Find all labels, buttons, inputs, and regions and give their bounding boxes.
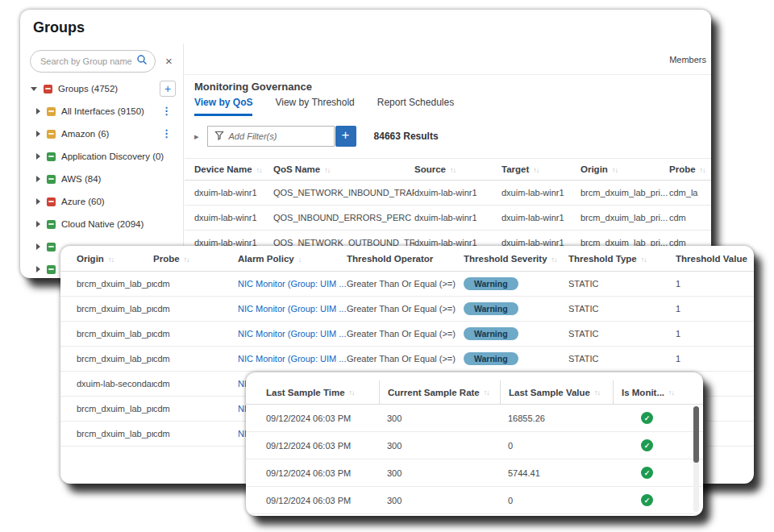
table-row[interactable]: 09/12/2024 06:03 PM 300 0 ✓ <box>246 432 703 459</box>
cell-origin: brcm_dxuim_lab_pri... <box>580 213 669 222</box>
tab-view-by-qos[interactable]: View by QoS <box>194 97 252 116</box>
sort-icon[interactable]: ↑↓ <box>700 166 705 174</box>
column-header-probe[interactable]: Probe↑↓ <box>669 164 711 174</box>
sort-desc-icon[interactable]: ↓ <box>298 256 302 264</box>
scrollbar-thumb[interactable] <box>693 406 699 463</box>
cell-origin: brcm_dxuim_lab_pri... <box>77 304 153 314</box>
cell-device: dxuim-lab-winr1 <box>194 188 273 197</box>
cell-probe: cdm <box>153 379 238 389</box>
sort-icon[interactable]: ↑↓ <box>612 166 618 174</box>
column-header-last-sample-time[interactable]: Last Sample Time↑↓ <box>258 380 379 404</box>
column-header-source[interactable]: Source↑↓ <box>414 164 501 174</box>
column-header-is-monitored[interactable]: Is Monit...↑↓ <box>613 380 689 404</box>
kebab-menu-icon[interactable]: ⋮ <box>161 106 172 117</box>
tab-report-schedules[interactable]: Report Schedules <box>377 97 454 116</box>
column-header-threshold-severity[interactable]: Threshold Severity↑↓ <box>464 254 568 264</box>
tree-item-amazon[interactable]: Amazon (6) ⋮ <box>20 123 183 145</box>
caret-right-icon[interactable] <box>36 131 40 137</box>
table-row[interactable]: dxuim-lab-winr1 QOS_INBOUND_ERRORS_PERC … <box>185 206 711 231</box>
cell-rate: 300 <box>379 432 500 459</box>
sort-icon[interactable]: ↑↓ <box>184 256 189 264</box>
tree-item-label: Amazon (6) <box>61 129 109 139</box>
table-row[interactable]: brcm_dxuim_lab_pri... cdm NIC Monitor (G… <box>60 272 754 297</box>
expand-chevron-icon[interactable]: ▸ <box>194 131 199 142</box>
caret-right-icon[interactable] <box>36 153 40 160</box>
search-icon[interactable] <box>136 54 148 69</box>
tree-item-all-interfaces[interactable]: All Interfaces (9150) ⋮ <box>20 100 183 123</box>
table-row[interactable]: brcm_dxuim_lab_pri... cdm NIC Monitor (G… <box>60 347 754 372</box>
column-header-threshold-type[interactable]: Threshold Type↑↓ <box>568 254 676 264</box>
close-icon[interactable]: × <box>165 53 173 69</box>
sort-icon[interactable]: ↑↓ <box>551 256 557 264</box>
alarm-policy-link[interactable]: NIC Monitor (Group: UIM ... <box>238 279 346 289</box>
group-search-input[interactable] <box>40 56 136 66</box>
alarm-policy-link[interactable]: NIC Monitor (Group: UIM ... <box>238 304 346 314</box>
page-title: Groups <box>33 19 85 36</box>
add-filter-field[interactable]: Add Filter(s) <box>207 126 335 147</box>
cell-probe: cdm <box>153 404 238 414</box>
scrollbar-track[interactable] <box>693 406 699 512</box>
sort-icon[interactable]: ↑↓ <box>256 166 262 174</box>
tree-item-label: All Interfaces (9150) <box>61 106 144 116</box>
tab-view-by-threshold[interactable]: View by Threshold <box>275 97 354 116</box>
tree-item-groups[interactable]: Groups (4752) + <box>20 77 183 100</box>
column-header-origin[interactable]: Origin↑↓ <box>580 164 669 174</box>
sort-icon[interactable]: ↑↓ <box>108 256 114 264</box>
column-header-threshold-operator[interactable]: Threshold Operator <box>347 254 464 264</box>
caret-right-icon[interactable] <box>36 108 40 114</box>
table-row[interactable]: brcm_dxuim_lab_pri... cdm NIC Monitor (G… <box>60 322 754 347</box>
column-header-threshold-value[interactable]: Threshold Value↑↓ <box>676 254 752 264</box>
column-header-last-sample-value[interactable]: Last Sample Value↑↓ <box>500 380 613 404</box>
column-header-origin[interactable]: Origin↑↓ <box>77 254 153 264</box>
table-row[interactable]: dxuim-lab-winr1 QOS_NETWORK_INBOUND_TRAF… <box>185 181 711 206</box>
sort-icon[interactable]: ↑↓ <box>349 389 355 397</box>
tree-item-application-discovery[interactable]: Application Discovery (0) <box>20 145 183 168</box>
cell-device: dxuim-lab-winr1 <box>194 213 273 222</box>
caret-right-icon[interactable] <box>36 176 40 182</box>
tree-item-cloud-native[interactable]: Cloud Native (2094) <box>20 213 183 235</box>
sort-icon[interactable]: ↑↓ <box>594 389 600 397</box>
cell-rate: 300 <box>379 487 500 513</box>
sort-icon[interactable]: ↑↓ <box>751 256 752 264</box>
column-header-current-sample-rate[interactable]: Current Sample Rate↑↓ <box>379 380 500 404</box>
threshold-table-header: Origin↑↓ Probe↑↓ Alarm Policy↓ Threshold… <box>60 246 754 272</box>
add-group-button[interactable]: + <box>160 81 176 97</box>
kebab-menu-icon[interactable]: ⋮ <box>161 128 172 139</box>
column-header-target[interactable]: Target↑↓ <box>501 164 580 174</box>
table-row[interactable]: brcm_dxuim_lab_pri... cdm NIC Monitor (G… <box>60 297 754 322</box>
severity-badge: Warning <box>464 352 518 365</box>
column-header-device-name[interactable]: Device Name↑↓ <box>194 164 273 174</box>
group-icon <box>47 265 56 274</box>
sort-icon[interactable]: ↑↓ <box>450 166 456 174</box>
column-header-alarm-policy[interactable]: Alarm Policy↓ <box>238 254 347 264</box>
qos-table: Device Name↑↓ QoS Name↑↓ Source↑↓ Target… <box>185 158 711 256</box>
sort-icon[interactable]: ↑↓ <box>668 389 674 397</box>
sort-icon[interactable]: ↑↓ <box>324 166 330 174</box>
caret-down-icon[interactable] <box>31 87 37 91</box>
column-header-probe[interactable]: Probe↑↓ <box>153 254 238 264</box>
tree-item-aws[interactable]: AWS (84) <box>20 168 183 190</box>
sort-icon[interactable]: ↑↓ <box>484 389 489 397</box>
results-count: 84663 Results <box>374 131 439 142</box>
severity-badge: Warning <box>464 277 518 290</box>
caret-right-icon[interactable] <box>36 221 40 227</box>
caret-right-icon[interactable] <box>36 243 40 250</box>
column-header-qos-name[interactable]: QoS Name↑↓ <box>273 164 414 174</box>
sort-icon[interactable]: ↑↓ <box>533 166 539 174</box>
table-row[interactable]: 09/12/2024 06:03 PM 300 16855.26 ✓ <box>246 405 703 432</box>
add-filter-button[interactable]: + <box>335 126 356 147</box>
table-row[interactable]: 09/12/2024 06:03 PM 300 0 ✓ <box>246 487 703 514</box>
check-circle-icon: ✓ <box>641 439 653 451</box>
table-row[interactable]: 09/12/2024 06:03 PM 300 5744.41 ✓ <box>246 459 703 487</box>
filter-bar: ▸ Add Filter(s) + 84663 Results <box>194 126 439 147</box>
cell-origin: dxuim-lab-secondary... <box>77 379 153 389</box>
alarm-policy-link[interactable]: NIC Monitor (Group: UIM ... <box>238 354 346 364</box>
alarm-policy-link[interactable]: NIC Monitor (Group: UIM ... <box>238 329 346 339</box>
tree-item-azure[interactable]: Azure (60) <box>20 190 183 213</box>
cell-value: 1 <box>676 304 752 314</box>
caret-right-icon[interactable] <box>36 198 40 205</box>
group-search <box>30 50 156 73</box>
caret-right-icon[interactable] <box>36 266 40 272</box>
sort-icon[interactable]: ↑↓ <box>641 256 647 264</box>
cell-origin: brcm_dxuim_lab_pri... <box>77 329 153 339</box>
